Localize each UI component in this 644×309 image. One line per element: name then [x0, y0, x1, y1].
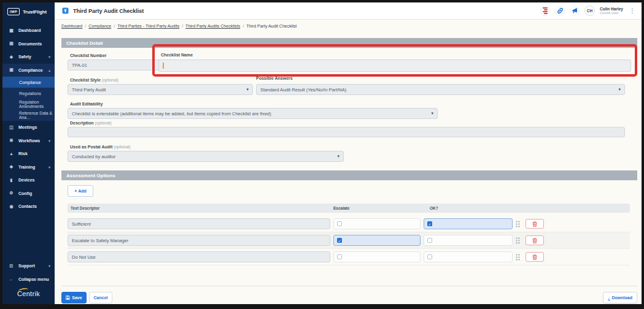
add-button[interactable]: + Add [68, 185, 93, 197]
cancel-button[interactable]: Cancel [89, 292, 112, 303]
plus-icon: + [74, 189, 77, 193]
sidebar-item-support[interactable]: ⊡ Support ▾ [2, 259, 55, 273]
assessment-options-header: Assessment Options [61, 170, 637, 180]
sidebar-item-label: Config [18, 191, 32, 196]
sidebar-item-meetings[interactable]: ◫ Meetings [2, 121, 55, 134]
breadcrumb-separator: / [85, 24, 86, 28]
checklist-detail-header: Checklist Detail [61, 38, 637, 48]
trash-icon [532, 221, 537, 227]
sidebar-item-devices[interactable]: ▮ Devices [2, 174, 55, 187]
breadcrumb: Dashboard / Compliance / Third Parties -… [61, 24, 297, 28]
description-label: Description (optional) [70, 121, 112, 125]
app-window: IMP TrustFlight ▦ Dashboard ▤ Documents … [2, 2, 642, 304]
escalate-checkbox-cell[interactable]: ✓ [333, 235, 421, 246]
row-text-input[interactable]: Do Not Use [68, 251, 330, 262]
collapse-menu-button[interactable]: ← Collapse menu [2, 273, 55, 286]
row-text-input[interactable]: Escalate to Safety Manager [68, 235, 330, 246]
link-icon [557, 7, 564, 14]
tasks-button[interactable] [540, 6, 550, 16]
text-caret [163, 63, 164, 69]
table-row: Escalate to Safety Manager ✓ [68, 232, 630, 249]
sidebar-item-risk[interactable]: ▲ Risk [2, 147, 55, 161]
ok-checkbox-cell[interactable] [424, 235, 513, 246]
sidebar-subitem-label: Reference Data & Ana... [19, 111, 55, 120]
sidebar-subitem-label: Compliance [19, 80, 41, 85]
checklist-style-select[interactable]: Third Party Audit ▾ [68, 84, 253, 95]
audit-editability-select[interactable]: Checklist is extendable (additional item… [68, 108, 438, 119]
breadcrumb-separator: / [182, 24, 183, 28]
sidebar-subitem-reference-data[interactable]: Reference Data & Ana... [2, 110, 55, 121]
delete-row-button[interactable] [526, 235, 544, 245]
sidebar-item-label: Risk [18, 151, 28, 156]
drag-handle-icon[interactable] [516, 221, 520, 227]
safety-icon: ◈ [9, 55, 14, 59]
sidebar-item-safety[interactable]: ◈ Safety ▾ [2, 50, 55, 64]
avatar[interactable]: CH [584, 6, 595, 16]
sidebar: IMP TrustFlight ▦ Dashboard ▤ Documents … [2, 2, 55, 304]
description-textarea[interactable] [68, 127, 625, 137]
breadcrumb-link-dashboard[interactable]: Dashboard [61, 24, 82, 28]
sidebar-menu: ▦ Dashboard ▤ Documents ◈ Safety ▾ ▣ Com… [2, 24, 55, 213]
topbar: Third Party Audit Checklist [55, 2, 642, 20]
breadcrumb-link-third-parties[interactable]: Third Parties - Third Party Audits [117, 24, 179, 28]
table-row: Sufficient ✓ [68, 216, 630, 232]
sidebar-item-config[interactable]: ⚙ Config [2, 187, 55, 200]
kebab-menu-icon[interactable]: ⋮ [628, 7, 637, 14]
sidebar-subitem-compliance[interactable]: Compliance [2, 77, 55, 88]
sidebar-subitem-label: Regulations [19, 91, 41, 96]
imp-logo: IMP [7, 8, 20, 15]
breadcrumb-link-compliance[interactable]: Compliance [88, 24, 111, 28]
topbar-actions: CH Colin Harley Centrik User ⋮ [540, 6, 637, 16]
assessment-table-header: Text Descriptor Escalate OK? [68, 204, 630, 213]
delete-row-button[interactable] [526, 219, 544, 229]
ok-checkbox-cell[interactable]: ✓ [424, 218, 513, 229]
sidebar-subitem-regulation-amendments[interactable]: Regulation Amendments [2, 99, 55, 110]
sidebar-item-dashboard[interactable]: ▦ Dashboard [2, 24, 55, 37]
brand-logo-row: IMP TrustFlight [2, 2, 55, 21]
column-ok: OK? [430, 206, 438, 210]
save-button[interactable]: Save [61, 292, 87, 303]
drag-handle-icon[interactable] [516, 254, 520, 261]
user-meta: Colin Harley Centrik User [600, 7, 623, 15]
chevron-down-icon: ▾ [618, 87, 621, 92]
brand-name: TrustFlight [23, 9, 47, 15]
sidebar-item-documents[interactable]: ▤ Documents [2, 37, 55, 51]
collapse-menu-label: Collapse menu [18, 277, 49, 281]
workflows-icon: ≣ [9, 138, 14, 143]
postal-audit-select[interactable]: Conducted by auditor ▾ [68, 151, 344, 162]
sidebar-item-label: Contacts [18, 204, 37, 208]
sidebar-item-contacts[interactable]: ◉ Contacts [2, 200, 55, 213]
collapse-arrow-icon: ← [9, 277, 14, 281]
checkbox-unchecked-icon [427, 238, 432, 243]
centrik-logo: Centrik [2, 286, 55, 302]
dashboard-icon: ▦ [9, 28, 14, 33]
escalate-checkbox-cell[interactable] [333, 218, 421, 229]
chevron-down-icon: ▾ [337, 154, 339, 159]
audit-editability-label: Audit Editability [70, 102, 103, 106]
download-button[interactable]: ↓ Download [603, 292, 637, 303]
row-text-input[interactable]: Sufficient [68, 218, 330, 229]
sidebar-item-label: Documents [18, 42, 42, 46]
breadcrumb-link-checklists[interactable]: Third Party Audits Checklists [185, 24, 240, 28]
delete-row-button[interactable] [526, 252, 544, 262]
sidebar-item-label: Compliance [18, 68, 43, 72]
checklist-name-input[interactable] [158, 59, 631, 72]
ok-checkbox-cell[interactable] [424, 251, 513, 262]
sidebar-item-workflows[interactable]: ≣ Workflows ▾ [2, 134, 55, 148]
sidebar-item-training[interactable]: ◆ Training ▾ [2, 161, 55, 174]
chevron-down-icon: ▾ [48, 264, 50, 268]
sidebar-item-compliance[interactable]: ▣ Compliance ▴ [2, 64, 55, 77]
megaphone-icon [572, 7, 578, 14]
link-button[interactable] [555, 6, 565, 16]
announcements-button[interactable] [570, 6, 580, 16]
documents-icon: ▤ [9, 41, 14, 46]
download-icon: ↓ [608, 296, 610, 300]
checkbox-checked-icon: ✓ [427, 221, 432, 226]
training-icon: ◆ [9, 164, 14, 169]
escalate-checkbox-cell[interactable] [333, 251, 421, 262]
sidebar-subitem-regulations[interactable]: Regulations [2, 88, 55, 99]
possible-answers-select[interactable]: Standard Audit Result (Yes/No/In Part/NA… [256, 84, 625, 95]
breadcrumb-current: Third Party Audit Checklist [246, 24, 297, 28]
risk-icon: ▲ [9, 151, 14, 156]
drag-handle-icon[interactable] [516, 237, 520, 244]
